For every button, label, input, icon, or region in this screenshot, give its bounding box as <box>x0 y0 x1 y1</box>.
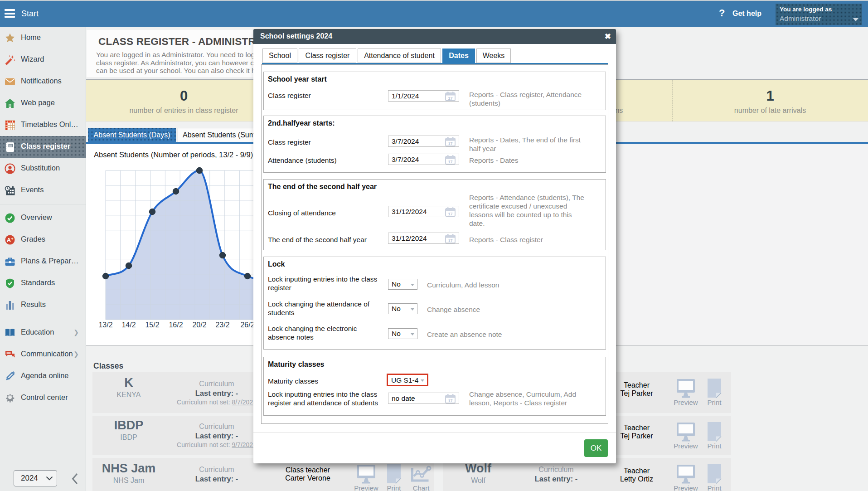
svg-text:23/2: 23/2 <box>215 321 229 329</box>
svg-text:17: 17 <box>448 212 452 216</box>
svg-text:17: 17 <box>448 399 452 403</box>
svg-text:13/2: 13/2 <box>98 321 112 329</box>
svg-text:20/2: 20/2 <box>192 321 206 329</box>
svg-text:16/2: 16/2 <box>169 321 183 329</box>
svg-text:15/2: 15/2 <box>145 321 159 329</box>
svg-text:A: A <box>7 237 11 243</box>
svg-text:26/2: 26/2 <box>240 321 254 329</box>
svg-text:+: + <box>11 237 13 241</box>
svg-text:17: 17 <box>448 141 452 146</box>
svg-text:17: 17 <box>448 238 452 243</box>
svg-text:17: 17 <box>448 96 452 101</box>
svg-text:17: 17 <box>448 160 452 164</box>
svg-text:14/2: 14/2 <box>121 321 136 329</box>
